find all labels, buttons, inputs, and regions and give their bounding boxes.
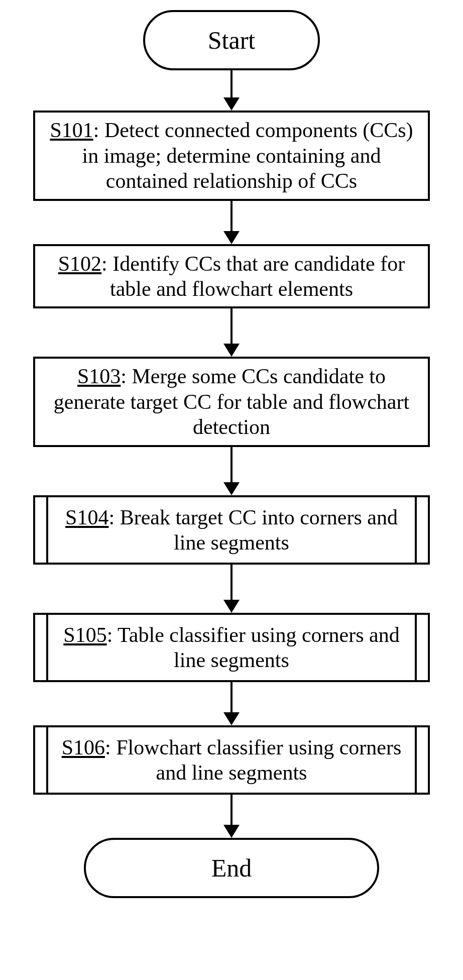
step-s106-content: S106: Flowchart classifier using corners… (42, 735, 421, 786)
step-s104-content: S104: Break target CC into corners and l… (42, 505, 421, 556)
start-terminator: Start (143, 10, 320, 70)
step-s104-id: S104 (65, 506, 108, 529)
step-s104-text: : Break target CC into corners and line … (108, 506, 397, 554)
step-s102-text: : Identify CCs that are candidate for ta… (101, 252, 405, 300)
step-s101-id: S101 (50, 119, 93, 142)
step-s104: S104: Break target CC into corners and l… (33, 495, 430, 565)
step-s106: S106: Flowchart classifier using corners… (33, 725, 430, 795)
step-s102: S102: Identify CCs that are candidate fo… (33, 244, 430, 308)
step-s105-id: S105 (63, 623, 106, 646)
flowchart-canvas: Start S101: Detect connected components … (0, 0, 463, 980)
step-s102-id: S102 (58, 252, 101, 275)
step-s101-content: S101: Detect connected components (CCs) … (42, 118, 421, 193)
step-s103-content: S103: Merge some CCs candidate to genera… (42, 364, 421, 440)
step-s106-text: : Flowchart classifier using corners and… (105, 736, 401, 784)
step-s101-text: : Detect connected components (CCs) in i… (82, 119, 413, 192)
step-s105-content: S105: Table classifier using corners and… (42, 622, 421, 673)
step-s105: S105: Table classifier using corners and… (33, 613, 430, 682)
step-s102-content: S102: Identify CCs that are candidate fo… (42, 251, 421, 302)
start-label: Start (208, 26, 255, 55)
step-s106-id: S106 (62, 736, 105, 759)
end-terminator: End (84, 838, 379, 898)
step-s105-text: : Table classifier using corners and lin… (107, 623, 400, 672)
step-s101: S101: Detect connected components (CCs) … (33, 111, 430, 201)
end-label: End (211, 853, 252, 883)
step-s103: S103: Merge some CCs candidate to genera… (33, 357, 430, 447)
step-s103-id: S103 (77, 365, 121, 388)
